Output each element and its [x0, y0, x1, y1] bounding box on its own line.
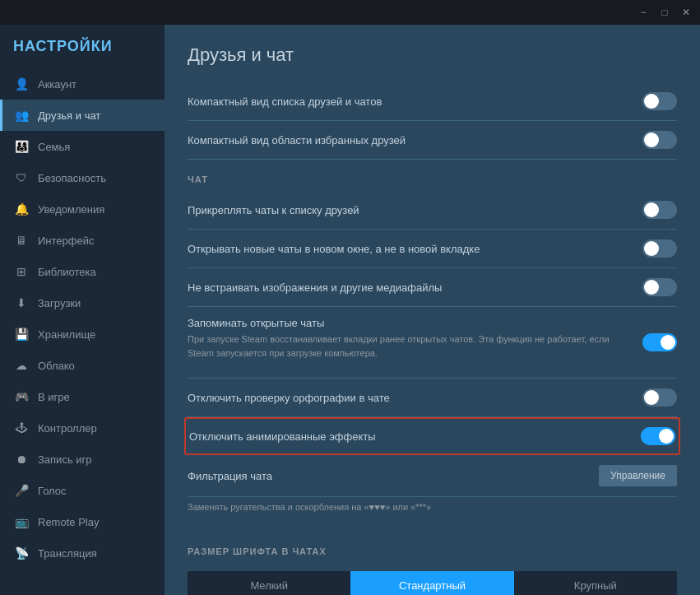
sidebar-label-downloads: Загрузки: [38, 297, 81, 309]
setting-spellcheck: Отключить проверку орфографии в чате: [188, 379, 677, 417]
setting-label-no-media: Не встраивать изображения и другие медиа…: [188, 281, 642, 294]
remember-chats-note: При запуске Steam восстанавливает вкладк…: [188, 329, 629, 368]
broadcast-icon: 📡: [13, 545, 30, 561]
sidebar-label-broadcast: Трансляция: [38, 547, 97, 560]
sidebar-label-storage: Хранилище: [38, 328, 95, 341]
sidebar-item-storage[interactable]: 💾 Хранилище: [0, 318, 165, 350]
security-icon: 🛡: [13, 170, 30, 186]
manage-button[interactable]: Управление: [599, 465, 677, 486]
sidebar-title: НАСТРОЙКИ: [0, 38, 165, 68]
setting-label-pin-chats: Прикреплять чаты к списку друзей: [188, 204, 642, 216]
filter-note: Заменять ругательства и оскорбления на «…: [188, 497, 677, 525]
toggle-pin-chats[interactable]: [642, 201, 677, 219]
account-icon: 👤: [13, 76, 30, 92]
content-area: Друзья и чат Компактный вид списка друзе…: [165, 25, 700, 595]
sidebar: НАСТРОЙКИ 👤 Аккаунт 👥 Друзья и чат 👨‍👩‍👧…: [0, 25, 165, 595]
sidebar-label-security: Безопасность: [38, 172, 106, 184]
chat-section-header: ЧАТ: [188, 160, 677, 191]
toggle-remember-chats[interactable]: [642, 333, 677, 351]
setting-remember-chats: Запоминать открытые чаты При запуске Ste…: [188, 307, 677, 379]
friends-icon: 👥: [13, 107, 30, 123]
cloud-icon: ☁: [13, 357, 30, 374]
font-size-section: РАЗМЕР ШРИФТА В ЧАТАХ Мелкий Стандартный…: [188, 532, 677, 595]
sidebar-item-friends[interactable]: 👥 Друзья и чат: [0, 100, 165, 131]
font-size-small[interactable]: Мелкий: [188, 571, 350, 595]
setting-label-no-animation: Отключить анимированные эффекты: [189, 430, 641, 443]
sidebar-item-recording[interactable]: ⏺ Запись игр: [0, 444, 165, 475]
setting-label-remember-chats: Запоминать открытые чаты: [188, 317, 629, 329]
app-container: НАСТРОЙКИ 👤 Аккаунт 👥 Друзья и чат 👨‍👩‍👧…: [0, 25, 700, 595]
sidebar-label-recording: Запись игр: [38, 453, 92, 466]
notifications-icon: 🔔: [13, 201, 30, 217]
sidebar-label-friends: Друзья и чат: [38, 109, 100, 122]
toggle-new-window[interactable]: [642, 239, 677, 258]
setting-no-animation: Отключить анимированные эффекты: [184, 417, 680, 455]
setting-no-media: Не встраивать изображения и другие медиа…: [188, 268, 677, 307]
setting-compact-favorites: Компактный вид области избранных друзей: [188, 121, 677, 160]
titlebar: − □ ✕: [0, 0, 700, 25]
filter-label: Фильтрация чата: [188, 470, 272, 482]
library-icon: ⊞: [13, 263, 30, 280]
minimize-button[interactable]: −: [636, 5, 651, 20]
controller-icon: 🕹: [13, 420, 30, 436]
setting-compact-friends: Компактный вид списка друзей и чатов: [188, 82, 677, 121]
font-size-buttons: Мелкий Стандартный Крупный: [188, 571, 677, 595]
downloads-icon: ⬇: [13, 295, 30, 311]
sidebar-label-controller: Контроллер: [38, 422, 97, 435]
sidebar-label-account: Аккаунт: [38, 78, 76, 91]
toggle-no-media[interactable]: [642, 278, 677, 296]
sidebar-item-notifications[interactable]: 🔔 Уведомления: [0, 193, 165, 225]
font-size-large[interactable]: Крупный: [514, 571, 677, 595]
recording-icon: ⏺: [13, 451, 30, 467]
setting-new-window: Открывать новые чаты в новом окне, а не …: [188, 230, 677, 268]
sidebar-item-downloads[interactable]: ⬇ Загрузки: [0, 287, 165, 318]
setting-label-compact-favorites: Компактный вид области избранных друзей: [188, 134, 642, 146]
ingame-icon: 🎮: [13, 388, 30, 405]
sidebar-item-voice[interactable]: 🎤 Голос: [0, 475, 165, 506]
sidebar-label-voice: Голос: [38, 485, 67, 497]
sidebar-label-family: Семья: [38, 141, 70, 153]
font-section-header: РАЗМЕР ШРИФТА В ЧАТАХ: [188, 532, 677, 563]
interface-icon: 🖥: [13, 232, 30, 249]
sidebar-label-notifications: Уведомления: [38, 203, 104, 216]
toggle-no-animation[interactable]: [641, 427, 675, 445]
font-size-normal[interactable]: Стандартный: [350, 571, 513, 595]
maximize-button[interactable]: □: [657, 5, 672, 20]
sidebar-item-library[interactable]: ⊞ Библиотека: [0, 256, 165, 287]
sidebar-item-ingame[interactable]: 🎮 В игре: [0, 381, 165, 412]
sidebar-label-library: Библиотека: [38, 266, 96, 278]
sidebar-item-account[interactable]: 👤 Аккаунт: [0, 68, 165, 100]
sidebar-label-remoteplay: Remote Play: [38, 516, 99, 528]
setting-label-compact-friends: Компактный вид списка друзей и чатов: [188, 95, 642, 108]
page-title: Друзья и чат: [188, 44, 677, 66]
toggle-spellcheck[interactable]: [642, 388, 677, 407]
sidebar-item-cloud[interactable]: ☁ Облако: [0, 350, 165, 381]
sidebar-item-family[interactable]: 👨‍👩‍👧 Семья: [0, 131, 165, 162]
sidebar-item-security[interactable]: 🛡 Безопасность: [0, 162, 165, 193]
toggle-compact-favorites[interactable]: [642, 131, 677, 149]
sidebar-item-interface[interactable]: 🖥 Интерфейс: [0, 225, 165, 256]
sidebar-label-interface: Интерфейс: [38, 235, 94, 247]
toggle-compact-friends[interactable]: [642, 92, 677, 110]
sidebar-label-ingame: В игре: [38, 391, 70, 403]
family-icon: 👨‍👩‍👧: [13, 138, 30, 155]
setting-label-spellcheck: Отключить проверку орфографии в чате: [188, 392, 642, 404]
sidebar-item-controller[interactable]: 🕹 Контроллер: [0, 412, 165, 444]
storage-icon: 💾: [13, 326, 30, 342]
sidebar-item-broadcast[interactable]: 📡 Трансляция: [0, 537, 165, 569]
remoteplay-icon: 📺: [13, 514, 30, 530]
sidebar-label-cloud: Облако: [38, 360, 75, 372]
setting-pin-chats: Прикреплять чаты к списку друзей: [188, 191, 677, 230]
close-button[interactable]: ✕: [679, 5, 693, 20]
sidebar-item-remoteplay[interactable]: 📺 Remote Play: [0, 506, 165, 537]
setting-label-new-window: Открывать новые чаты в новом окне, а не …: [188, 243, 642, 255]
voice-icon: 🎤: [13, 482, 30, 499]
filter-row: Фильтрация чата Управление: [188, 455, 677, 497]
